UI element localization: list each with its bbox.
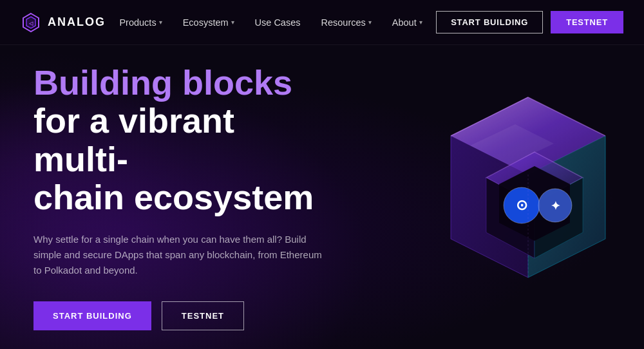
hero-cube-visual: ⊙ ✦ bbox=[386, 78, 625, 316]
nav-item-products[interactable]: Products ▾ bbox=[110, 12, 171, 33]
start-building-nav-button[interactable]: START BUILDING bbox=[436, 11, 543, 33]
nav-item-about[interactable]: About ▾ bbox=[383, 12, 431, 33]
testnet-hero-button[interactable]: TESTNET bbox=[162, 301, 244, 330]
nav-item-ecosystem[interactable]: Ecosystem ▾ bbox=[174, 12, 243, 33]
hero-buttons: START BUILDING TESTNET bbox=[33, 301, 327, 330]
svg-text:◁: ◁ bbox=[28, 21, 33, 26]
nav-actions: START BUILDING TESTNET bbox=[436, 11, 623, 33]
hero-subtitle: Why settle for a single chain when you c… bbox=[33, 232, 327, 278]
svg-text:⊙: ⊙ bbox=[516, 197, 527, 213]
testnet-nav-button[interactable]: TESTNET bbox=[551, 11, 623, 33]
nav-item-use-cases[interactable]: Use Cases bbox=[246, 12, 310, 33]
chevron-down-icon: ▾ bbox=[368, 19, 372, 26]
chevron-down-icon: ▾ bbox=[159, 19, 162, 26]
logo-link[interactable]: ◁ ANALOG bbox=[21, 12, 106, 33]
hero-section: Building blocks for a vibrant multi- cha… bbox=[0, 45, 644, 349]
chevron-down-icon: ▾ bbox=[231, 19, 234, 26]
nav-links: Products ▾ Ecosystem ▾ Use Cases Resourc… bbox=[110, 12, 431, 33]
svg-text:✦: ✦ bbox=[551, 200, 560, 212]
hero-content: Building blocks for a vibrant multi- cha… bbox=[0, 64, 361, 331]
nav-item-resources[interactable]: Resources ▾ bbox=[312, 12, 381, 33]
brand-name: ANALOG bbox=[48, 15, 106, 29]
hero-title: Building blocks for a vibrant multi- cha… bbox=[33, 64, 327, 217]
navbar: ◁ ANALOG Products ▾ Ecosystem ▾ Use Case… bbox=[0, 0, 644, 45]
cube-svg: ⊙ ✦ bbox=[386, 78, 625, 316]
logo-icon: ◁ bbox=[21, 12, 41, 33]
start-building-hero-button[interactable]: START BUILDING bbox=[33, 301, 151, 330]
chevron-down-icon: ▾ bbox=[419, 19, 422, 26]
